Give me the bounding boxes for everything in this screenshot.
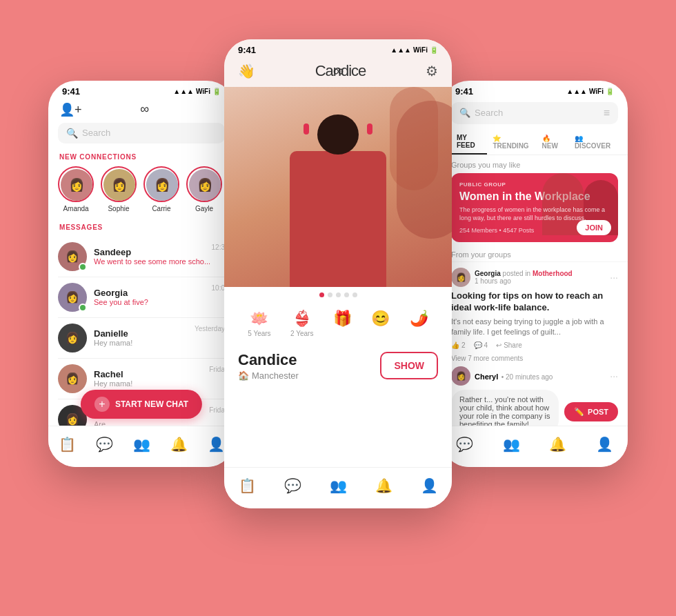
badge-spice: 🌶️	[410, 310, 428, 337]
amanda-avatar-ring: 👩	[58, 166, 94, 202]
sandeep-time: 12:3	[212, 244, 225, 251]
tab-trending[interactable]: ⭐ TRENDING	[487, 130, 536, 155]
pepper-icon: 🌶️	[410, 310, 428, 328]
battery-icon: 🔋	[212, 88, 221, 95]
connection-amanda[interactable]: 👩 Amanda	[58, 166, 94, 212]
center-nav-groups-icon[interactable]: 👥	[330, 477, 347, 494]
post-posted-in: posted in	[503, 270, 533, 277]
badge-years-2-label: 2 Years	[290, 330, 313, 337]
badge-gift: 🎁	[333, 310, 352, 337]
right-search-bar[interactable]: 🔍 Search ≡	[451, 102, 618, 124]
connection-carrie[interactable]: 👩 Carrie	[143, 166, 179, 212]
left-phone: 9:41 ▲▲▲ WiFi 🔋 👤+ ∞ 🔍 Search NEW CONNEC…	[48, 81, 235, 467]
left-status-icons: ▲▲▲ WiFi 🔋	[173, 88, 221, 95]
cheryl-options-icon[interactable]: ···	[610, 370, 618, 381]
carrie-avatar: 👩	[146, 169, 178, 201]
cheryl-time-text: 20 minutes ago	[506, 373, 553, 381]
lotus-icon: 🪷	[250, 310, 268, 328]
nav-profile-icon[interactable]: 👤	[208, 436, 225, 453]
right-signal-icon: ▲▲▲	[566, 88, 587, 95]
amanda-avatar: 👩	[61, 169, 92, 201]
comment-preview-text: Rather t... you're not with your child, …	[459, 395, 550, 428]
post-comments[interactable]: 💬 4	[474, 341, 488, 349]
post-meta: Georgia posted in Motherhood 1 hours ago	[475, 270, 606, 285]
connections-row: 👩 Amanda 👩 Sophie 👩 Carrie 👩	[48, 166, 235, 221]
join-button[interactable]: JOIN	[577, 220, 611, 235]
profile-name: Candice	[238, 351, 299, 369]
post-author-avatar: 👩	[451, 268, 470, 287]
post-author-name: Georgia	[475, 270, 501, 277]
profile-badges: 🪷 5 Years 👙 2 Years 🎁 😊 🌶️	[224, 303, 452, 344]
profile-image-area	[224, 87, 452, 287]
connection-gayle[interactable]: 👩 Gayle	[186, 166, 222, 212]
view-more[interactable]: View 7 more comments	[451, 355, 618, 362]
groups-section: Groups you may like PUBLIC GROUP Women i…	[441, 161, 628, 246]
ola-time: Frida	[209, 406, 225, 414]
sophie-avatar: 👩	[103, 169, 135, 201]
center-nav-profile-icon[interactable]: 👤	[421, 477, 438, 494]
nav-chat-icon[interactable]: 💬	[96, 436, 113, 453]
right-search-icon: 🔍	[459, 108, 470, 118]
georgia-name: Georgia	[94, 288, 225, 298]
right-status-bar: 9:41 ▲▲▲ WiFi 🔋	[441, 81, 628, 99]
message-sandeep[interactable]: 👩 Sandeep We went to see some more scho.…	[58, 237, 225, 277]
message-georgia[interactable]: 👩 Georgia See you at five? 10:0	[58, 277, 225, 318]
left-status-bar: 9:41 ▲▲▲ WiFi 🔋	[48, 81, 235, 99]
tab-discover[interactable]: 👥 DISCOVER	[569, 130, 618, 155]
nav-notes-icon[interactable]: 📋	[59, 436, 76, 453]
show-button[interactable]: SHOW	[380, 352, 438, 379]
dots-indicator	[224, 287, 452, 303]
group-card: PUBLIC GROUP Women in the Workplace The …	[451, 173, 618, 242]
tab-my-feed[interactable]: MY FEED	[451, 130, 487, 155]
center-nav-home-icon[interactable]: 📋	[239, 477, 256, 494]
rachel-time: Frida	[209, 366, 225, 373]
center-signal-icon: ▲▲▲	[390, 46, 411, 54]
start-new-chat-button[interactable]: + START NEW CHAT	[81, 390, 202, 419]
post-button[interactable]: ✏️ POST	[564, 402, 618, 421]
rachel-preview: Hey mama!	[94, 379, 225, 388]
right-nav-bell-icon[interactable]: 🔔	[549, 436, 566, 453]
sandeep-content: Sandeep We went to see some more scho...	[94, 247, 225, 266]
right-nav-profile-icon[interactable]: 👤	[596, 436, 613, 453]
danielle-time: Yesterday	[195, 325, 225, 332]
post-likes[interactable]: 👍 2	[451, 341, 466, 349]
connection-sophie[interactable]: 👩 Sophie	[101, 166, 137, 212]
profile-location: 🏠 Manchester	[238, 370, 299, 381]
right-nav-chat-icon[interactable]: 💬	[456, 436, 473, 453]
right-phone: 9:41 ▲▲▲ WiFi 🔋 🔍 Search ≡ MY FEED ⭐ TRE…	[441, 81, 628, 467]
person-head	[317, 115, 359, 155]
gayle-name: Gayle	[195, 205, 213, 212]
feed-tabs: MY FEED ⭐ TRENDING 🔥 NEW 👥 DISCOVER	[441, 130, 628, 155]
post-community: Motherhood	[533, 270, 573, 277]
amanda-name: Amanda	[63, 205, 88, 212]
add-user-icon[interactable]: 👤+	[59, 102, 82, 117]
post-options-icon[interactable]: ···	[610, 272, 618, 283]
post-header: 👩 Georgia posted in Motherhood 1 hours a…	[451, 268, 618, 287]
gift-icon: 🎁	[333, 310, 352, 328]
filter-icon[interactable]: ⚙	[426, 63, 438, 79]
dot-3	[336, 292, 341, 297]
left-search-bar[interactable]: 🔍 Search	[58, 123, 225, 143]
nav-groups-icon[interactable]: 👥	[133, 436, 150, 453]
carrie-name: Carrie	[152, 205, 170, 212]
georgia-content: Georgia See you at five?	[94, 288, 225, 306]
center-nav-bell-icon[interactable]: 🔔	[375, 477, 392, 494]
filter-lines-icon[interactable]: ≡	[604, 107, 610, 119]
sandeep-online	[79, 263, 87, 271]
center-wifi-icon: WiFi	[413, 46, 428, 54]
right-search-placeholder: Search	[475, 108, 503, 118]
message-danielle[interactable]: 👩 Danielle Hey mama! Yesterday	[58, 318, 225, 359]
right-nav-groups-icon[interactable]: 👥	[503, 436, 520, 453]
from-groups-label: From your groups	[441, 246, 628, 261]
center-nav-chat-icon[interactable]: 💬	[284, 477, 301, 494]
post-share[interactable]: ↩ Share	[496, 341, 522, 349]
wave-icon[interactable]: 👋	[238, 63, 255, 79]
badge-years-1: 🪷 5 Years	[248, 310, 270, 337]
cheryl-comment-row: 👩 Cheryl • 20 minutes ago ···	[451, 366, 618, 386]
group-tag: PUBLIC GROUP	[459, 181, 610, 188]
left-search-placeholder: Search	[82, 128, 110, 138]
nav-bell-icon[interactable]: 🔔	[170, 436, 188, 453]
tab-new[interactable]: 🔥 NEW	[537, 130, 569, 155]
center-phone: 9:41 ▲▲▲ WiFi 🔋 👋 Candice ∞ ⚙	[224, 39, 452, 508]
messages-label: MESSAGES	[48, 221, 235, 237]
